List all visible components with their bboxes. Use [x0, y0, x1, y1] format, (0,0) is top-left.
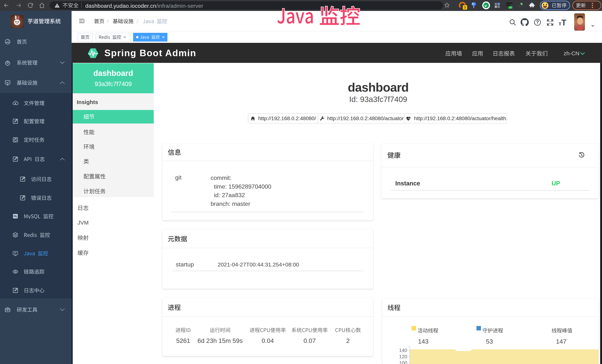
svg-text:on: on [509, 6, 512, 9]
